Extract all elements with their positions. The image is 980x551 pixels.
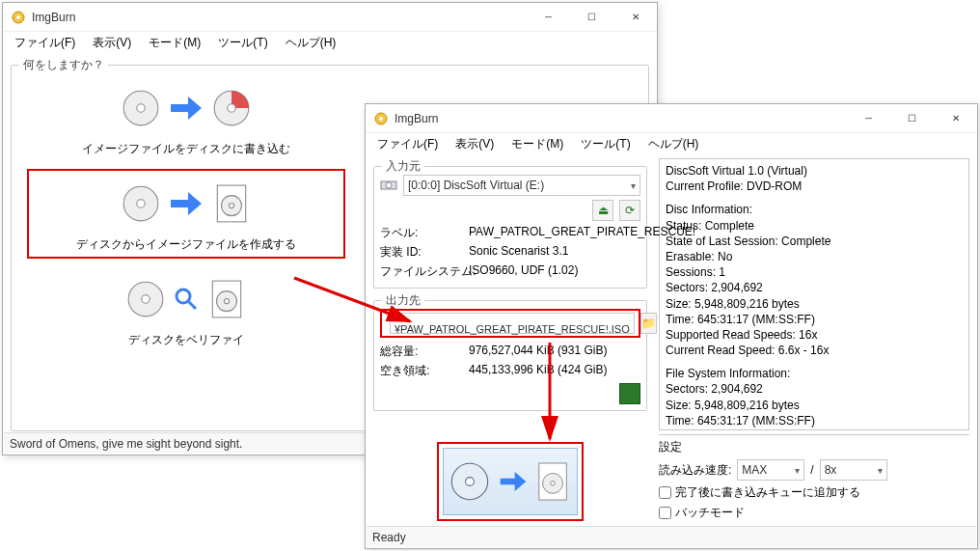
menu-mode[interactable]: モード(M) — [504, 134, 571, 154]
app-icon — [11, 10, 26, 25]
dest-group-label: 出力先 — [382, 292, 424, 309]
impl-lbl: 実装 ID: — [380, 244, 465, 261]
total-lbl: 総容量: — [380, 344, 465, 360]
disc-info-box[interactable]: DiscSoft Virtual 1.0 (Virtual) Current P… — [659, 158, 969, 430]
maximize-button[interactable]: ☐ — [890, 104, 934, 132]
queue-after-input[interactable] — [659, 486, 671, 499]
read-speed-select[interactable]: MAX — [737, 459, 804, 481]
titlebar: ImgBurn ─ ☐ ✕ — [3, 3, 657, 32]
label-lbl: ラベル: — [380, 225, 465, 241]
browse-dest-button[interactable]: 📁 — [640, 313, 657, 334]
svg-point-21 — [386, 182, 392, 188]
menubar: ファイル(F) 表示(V) モード(M) ツール(T) ヘルプ(H) — [3, 32, 657, 53]
mode-write-image-label: イメージファイルをディスクに書き込む — [82, 141, 290, 157]
batch-mode-input[interactable] — [659, 507, 671, 519]
info-line: Current Read Speed: 6.6x - 16x — [666, 343, 963, 358]
mode-verify-label: ディスクをベリファイ — [128, 332, 244, 348]
info-line: Erasable: No — [666, 249, 963, 264]
refresh-button[interactable]: ⟳ — [619, 200, 640, 221]
info-line: State of Last Session: Complete — [666, 234, 963, 249]
svg-line-14 — [188, 301, 196, 309]
source-drive-value: [0:0:0] DiscSoft Virtual (E:) — [408, 179, 544, 192]
fs-val: ISO9660, UDF (1.02) — [469, 263, 695, 280]
svg-point-10 — [229, 203, 233, 207]
total-val: 976,527,044 KiB (931 GiB) — [469, 344, 640, 360]
svg-point-27 — [551, 482, 556, 486]
info-line: Size: 5,948,809,216 bytes — [666, 398, 963, 413]
drive-icon — [380, 177, 397, 194]
menu-tools[interactable]: ツール(T) — [573, 134, 638, 154]
menu-help[interactable]: ヘルプ(H) — [278, 33, 344, 53]
status-text: Sword of Omens, give me sight beyond sig… — [10, 437, 242, 451]
menubar: ファイル(F) 表示(V) モード(M) ツール(T) ヘルプ(H) — [366, 133, 977, 154]
file-disc-icon — [535, 460, 572, 503]
group-label: 何をしますか？ — [19, 57, 108, 73]
maximize-button[interactable]: ☐ — [570, 3, 613, 31]
info-line: Current Profile: DVD-ROM — [666, 179, 963, 194]
menu-file[interactable]: ファイル(F) — [7, 33, 83, 53]
dest-path-value: D:¥PAW_PATROL_GREAT_PIRATE_RESCUE!.ISO — [395, 312, 630, 335]
dest-path-field[interactable]: D:¥PAW_PATROL_GREAT_PIRATE_RESCUE!.ISO — [390, 313, 635, 334]
svg-point-19 — [379, 117, 383, 121]
info-line: Status: Complete — [666, 218, 963, 234]
svg-point-1 — [16, 15, 20, 19]
mode-create-image-label: ディスクからイメージファイルを作成する — [76, 236, 296, 253]
read-speed-label: 読み込み速度: — [659, 462, 731, 479]
menu-tools[interactable]: ツール(T) — [210, 33, 275, 53]
settings-header: 設定 — [659, 439, 969, 455]
mode-verify[interactable]: ディスクをベリファイ — [27, 264, 345, 354]
menu-file[interactable]: ファイル(F) — [369, 134, 446, 154]
label-val: PAW_PATROL_GREAT_PIRATE_RESCUE! — [469, 225, 695, 241]
queue-after-checkbox[interactable]: 完了後に書き込みキューに追加する — [659, 484, 969, 501]
close-button[interactable]: ✕ — [934, 104, 977, 132]
svg-point-7 — [137, 200, 145, 207]
retry-speed-select[interactable]: 8x — [820, 459, 887, 481]
app-icon — [373, 111, 389, 126]
info-line: DiscSoft Virtual 1.0 (Virtual) — [666, 163, 963, 179]
info-line: Size: 5,948,809,216 bytes — [666, 296, 963, 312]
info-line: File System Information: — [666, 366, 963, 381]
menu-mode[interactable]: モード(M) — [141, 33, 208, 53]
title-text: ImgBurn — [395, 112, 847, 125]
menu-help[interactable]: ヘルプ(H) — [640, 134, 707, 154]
svg-point-12 — [142, 295, 150, 303]
read-speed-value: MAX — [742, 463, 767, 477]
info-line: Time: 645:31:17 (MM:SS:FF) — [666, 312, 963, 327]
arrow-icon — [169, 91, 204, 125]
svg-point-24 — [466, 478, 475, 486]
menu-view[interactable]: 表示(V) — [448, 134, 502, 154]
slash-label: / — [810, 463, 813, 477]
source-group-label: 入力元 — [382, 158, 424, 175]
source-drive-select[interactable]: [0:0:0] DiscSoft Virtual (E:) — [403, 175, 640, 196]
retry-speed-value: 8x — [825, 463, 837, 477]
menu-view[interactable]: 表示(V) — [85, 33, 139, 53]
statusbar: Ready — [367, 526, 976, 547]
close-button[interactable]: ✕ — [613, 3, 657, 31]
title-text: ImgBurn — [32, 11, 527, 24]
batch-mode-label: バッチモード — [675, 505, 745, 521]
svg-point-13 — [177, 289, 190, 303]
minimize-button[interactable]: ─ — [847, 104, 890, 132]
svg-point-5 — [228, 104, 235, 112]
arrow-icon — [499, 467, 528, 496]
status-text: Ready — [372, 531, 406, 544]
batch-mode-checkbox[interactable]: バッチモード — [659, 505, 969, 521]
queue-after-label: 完了後に書き込みキューに追加する — [675, 484, 860, 501]
info-line: Disc Information: — [666, 202, 963, 217]
mode-write-image[interactable]: イメージファイルをディスクに書き込む — [27, 73, 345, 163]
start-read-button[interactable] — [443, 448, 578, 515]
disc-icon — [449, 460, 491, 503]
info-line: Sectors: 2,904,692 — [666, 381, 963, 397]
magnify-icon — [174, 287, 199, 312]
svg-point-3 — [137, 104, 145, 112]
disc-icon — [125, 279, 166, 319]
minimize-button[interactable]: ─ — [527, 3, 570, 31]
impl-val: Sonic Scenarist 3.1 — [469, 244, 695, 261]
mode-create-image[interactable]: ディスクからイメージファイルを作成する — [27, 169, 345, 259]
titlebar: ImgBurn ─ ☐ ✕ — [366, 104, 977, 133]
fs-lbl: ファイルシステム: — [380, 263, 465, 280]
free-lbl: 空き領域: — [380, 363, 465, 379]
svg-point-17 — [224, 298, 229, 303]
disc-red-icon — [211, 88, 252, 128]
eject-button[interactable]: ⏏ — [592, 200, 613, 221]
